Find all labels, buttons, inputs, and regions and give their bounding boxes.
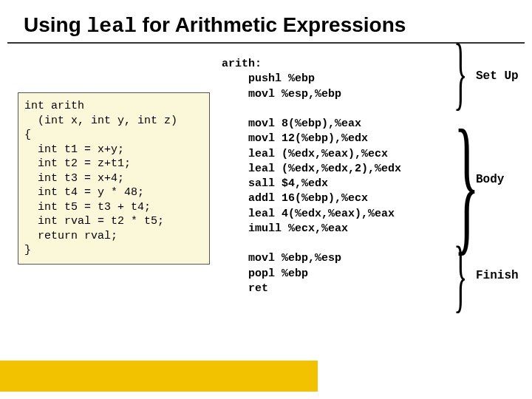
slide-title: Using leal for Arithmetic Expressions: [7, 0, 525, 44]
footer-accent-bar: [0, 361, 318, 392]
label-body: Body: [476, 174, 504, 187]
title-suffix: for Arithmetic Expressions: [137, 13, 406, 36]
label-setup: Set Up: [476, 70, 519, 83]
brace-finish: }: [454, 228, 467, 322]
content-area: int arith (int x, int y, int z) { int t1…: [0, 44, 532, 58]
label-finish: Finish: [476, 270, 519, 283]
c-source-code: int arith (int x, int y, int z) { int t1…: [18, 92, 210, 265]
title-mono: leal: [87, 15, 137, 38]
title-prefix: Using: [24, 13, 87, 36]
assembly-code: arith: pushl %ebp movl %esp,%ebp movl 8(…: [222, 57, 401, 296]
